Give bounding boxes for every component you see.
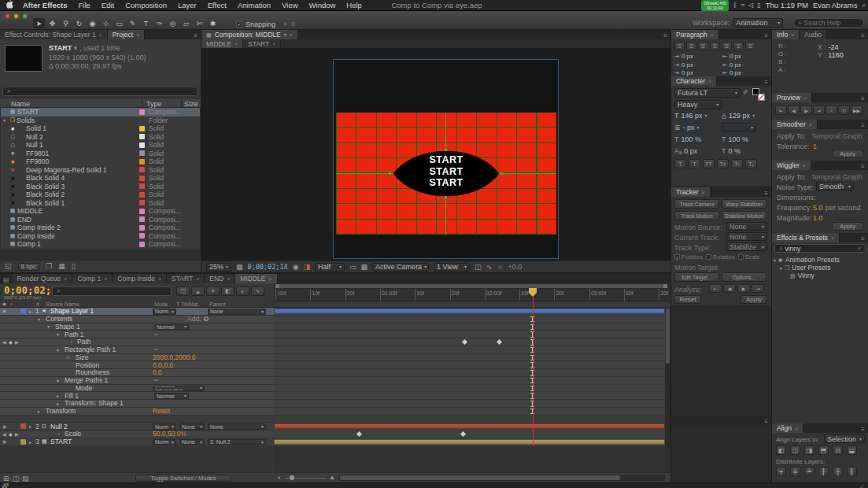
selection-tool[interactable]: ➤: [33, 18, 45, 28]
panel-menu-icon[interactable]: ≡: [858, 235, 868, 242]
previous-keyframe-button[interactable]: ◀: [2, 431, 6, 438]
panel-menu-icon[interactable]: ≡: [858, 95, 868, 102]
first-frame-button[interactable]: ⇤: [775, 105, 787, 115]
justify-last-center-button[interactable]: ☰: [722, 42, 732, 50]
zoom-tool[interactable]: ⚲: [60, 18, 72, 28]
label-color-chip[interactable]: [139, 167, 145, 172]
pixel-aspect-icon[interactable]: ◫: [475, 264, 482, 271]
zoom-in-mountain-icon[interactable]: ▲: [329, 475, 335, 481]
group-blend-dropdown[interactable]: Normal▾: [154, 324, 189, 331]
previous-frame-button[interactable]: ◀: [788, 105, 800, 115]
workspace-dropdown[interactable]: Animation▾: [733, 18, 783, 28]
panel-menu-icon[interactable]: ≡: [858, 122, 868, 129]
brush-tool[interactable]: ✑: [153, 18, 165, 28]
timeline-horizontal-scrollbar[interactable]: [338, 475, 665, 481]
work-area-end-handle[interactable]: [663, 284, 667, 288]
wiggler-apply-to-value[interactable]: Temporal Graph: [811, 173, 862, 181]
layer-handle[interactable]: [445, 149, 447, 151]
stroke-width-field[interactable]: ≣- px▾: [674, 124, 700, 131]
layer-handle[interactable]: [500, 172, 503, 175]
project-item-row[interactable]: ■ Black Solid 4 Solid: [1, 174, 200, 183]
layer-visibility-icon[interactable]: ◉: [2, 308, 6, 315]
paragraph-indent-field[interactable]: ⇥ 0 px: [674, 53, 717, 61]
panel-menu-icon[interactable]: ≡: [858, 32, 868, 39]
timeline-tab[interactable]: MIDDLE×: [235, 274, 277, 283]
paragraph-indent-field[interactable]: ⇤ 0 px: [722, 53, 765, 61]
scrollbar-thumb[interactable]: [340, 475, 620, 480]
exposure-icon[interactable]: ☼: [497, 264, 503, 271]
vertical-scale-field[interactable]: T100 %: [674, 135, 701, 143]
scrollbar-thumb[interactable]: [666, 309, 670, 364]
timeline-tab[interactable]: Render Queue×: [13, 274, 73, 283]
superscript-button[interactable]: T¹: [731, 159, 743, 168]
expand-group-toggle[interactable]: ▾: [38, 316, 40, 323]
toggle-switches-modes-button[interactable]: Toggle Switches / Modes: [135, 475, 231, 482]
previous-keyframe-button[interactable]: ◀: [2, 338, 6, 346]
timeline-tab[interactable]: Comp 1×: [72, 274, 113, 283]
horizontal-scale-field[interactable]: T100 %: [722, 135, 748, 143]
stabilize-motion-button[interactable]: Stabilize Motion: [722, 211, 766, 220]
project-item-row[interactable]: ▦ Comp Inside 2 Composi...: [1, 224, 200, 232]
graph-editor-icon[interactable]: ∿: [251, 287, 264, 296]
panel-menu-icon[interactable]: ≡: [761, 190, 771, 197]
add-keyframe-button[interactable]: ◆: [9, 431, 13, 438]
volume-icon[interactable]: ◁: [748, 2, 753, 9]
paragraph-indent-field[interactable]: ⇥ 0 px: [674, 61, 717, 69]
keyframe-diamond[interactable]: [497, 339, 502, 345]
label-color-chip[interactable]: [139, 109, 145, 115]
work-area-start-handle[interactable]: [275, 284, 279, 288]
expand-group-toggle[interactable]: ▾: [57, 346, 59, 353]
text-align-left-button[interactable]: ☰: [674, 42, 685, 50]
pen-tool[interactable]: ✎: [127, 18, 139, 28]
font-family-dropdown[interactable]: Futura LT▾: [674, 88, 741, 98]
label-color-chip[interactable]: [20, 439, 26, 445]
audio-toggle-button[interactable]: ♪: [826, 105, 837, 115]
layer-duration-bar[interactable]: [274, 423, 665, 429]
warp-stabilizer-button[interactable]: Warp Stabilizer: [722, 199, 766, 209]
keyframe-diamond[interactable]: [462, 339, 467, 345]
timeline-row-shape-layer-1[interactable]: ◉ ▸ 1 ★ Shape Layer 1 Norm▾ None▾: [0, 308, 665, 316]
track-matte-dropdown[interactable]: None▾: [179, 423, 205, 430]
expand-modes-columns-icon[interactable]: ◫: [13, 475, 20, 482]
next-keyframe-button[interactable]: ▶: [15, 431, 19, 438]
panel-list-icon[interactable]: ▤: [0, 276, 13, 283]
timeline-row-transform-shape-1[interactable]: ▸ Transform: Shape 1: [0, 400, 665, 408]
project-item-row[interactable]: ■ Black Solid 3 Solid: [1, 183, 200, 191]
tab-paragraph[interactable]: Paragraph×: [671, 30, 719, 39]
resolution-dropdown[interactable]: Half▾: [315, 263, 345, 272]
timeline-row-start[interactable]: ◉ ▸ 3 ▦ START Norm▾ None▾ 2. Null 2▾: [0, 438, 665, 446]
expand-group-toggle[interactable]: ▾: [47, 323, 50, 331]
analyze-forward-1-button[interactable]: ⇥: [752, 284, 764, 293]
analyze-backward-1-button[interactable]: ⇤: [709, 284, 722, 293]
analyze-backward-button[interactable]: ◀: [723, 284, 736, 293]
align-left-button[interactable]: ◧: [776, 445, 786, 455]
project-item-row[interactable]: ■ Black Solid 2 Solid: [1, 190, 200, 199]
rotation-tool[interactable]: ↻: [73, 18, 85, 28]
preset-tree-item[interactable]: ▾ ❒ User Presets: [774, 264, 866, 272]
layer-duration-bar[interactable]: [274, 309, 665, 314]
loop-button[interactable]: ↻: [838, 105, 850, 115]
pane-toggle-icons[interactable]: ▞▞: [2, 483, 9, 488]
column-name[interactable]: Name: [11, 100, 30, 108]
tab-align[interactable]: Align×: [772, 423, 803, 433]
expand-group-toggle[interactable]: ▸: [57, 400, 59, 407]
column-parent[interactable]: Parent: [209, 301, 226, 307]
align-layers-to-dropdown[interactable]: Selection▾: [824, 434, 865, 443]
expand-layer-toggle[interactable]: ▸: [29, 438, 31, 445]
label-color-chip[interactable]: [139, 242, 145, 247]
effects-search-field[interactable]: ⌕ ×: [774, 244, 866, 253]
justify-last-left-button[interactable]: ☰: [710, 42, 720, 50]
faux-italic-button[interactable]: T: [689, 159, 700, 168]
timeline-row-shape-1[interactable]: ▾ Shape 1 Normal▾: [0, 323, 665, 331]
panel-menu-icon[interactable]: ≡: [761, 32, 771, 39]
panel-menu-icon[interactable]: ≡: [660, 32, 670, 39]
justify-all-button[interactable]: ☰: [745, 42, 755, 50]
column-source-name[interactable]: Source Name: [46, 301, 79, 307]
tab-wiggler[interactable]: Wiggler×: [772, 161, 811, 170]
project-item-row[interactable]: □ Null 1 Solid: [1, 141, 200, 150]
distribute-top-button[interactable]: ┯: [776, 467, 786, 476]
bluetooth-icon[interactable]: ᛒ: [733, 2, 737, 9]
text-align-right-button[interactable]: ☰: [698, 42, 708, 50]
group-visibility-boxes[interactable]: ▪▪: [154, 331, 157, 338]
add-shape-icon[interactable]: ⊙: [203, 316, 209, 323]
